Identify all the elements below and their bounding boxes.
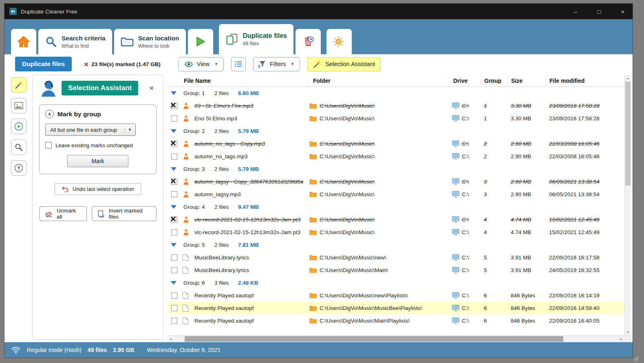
drive-icon xyxy=(452,140,459,147)
group-number: 5 xyxy=(484,267,487,273)
leave-marks-checkbox[interactable] xyxy=(45,142,52,148)
collapse-icon[interactable]: ∧ xyxy=(45,110,54,118)
group-header-row[interactable]: Group: 2 2 files 5.79 MB xyxy=(168,125,624,137)
rail-search-button[interactable] xyxy=(11,139,26,155)
vlc-file-icon xyxy=(182,190,190,198)
drive-icon xyxy=(452,102,459,109)
table-row[interactable]: autumn_tagsy.mp3 C:\Users\DigVo\Music\ C… xyxy=(168,188,624,201)
maximize-button[interactable]: □ xyxy=(589,4,609,19)
group-number: 6 xyxy=(484,318,487,324)
file-modified: 22/09/2016 14:59:40 xyxy=(549,305,600,311)
group-header-row[interactable]: Group: 4 2 files 9.47 MB xyxy=(168,201,624,213)
column-header-group[interactable]: Group xyxy=(481,75,507,86)
group-number: 2 xyxy=(484,141,487,147)
table-row[interactable]: Recently Played.xautopf C:\Users\DigVo\M… xyxy=(168,302,624,314)
table-row[interactable]: MusicBeeLibrary.lyrics C:\Users\DigVo\Mu… xyxy=(168,251,624,264)
table-row[interactable]: autumn_tagsy - Copy_3864763091d329fd6a C… xyxy=(168,175,624,188)
group-header-row[interactable]: Group: 6 3 files 2.48 KB xyxy=(168,277,624,289)
rail-image-preview-button[interactable] xyxy=(11,98,26,113)
help-icon: ? xyxy=(14,164,23,173)
row-checkbox[interactable] xyxy=(171,292,177,299)
mark-rule-dropdown[interactable]: All but one file in each group ▼ xyxy=(45,124,136,136)
selection-assistant-button[interactable]: Selection Assistant xyxy=(307,57,381,71)
row-checkbox[interactable] xyxy=(171,255,177,261)
filters-button[interactable]: 0 Filters ▼ xyxy=(253,57,300,71)
folder-icon xyxy=(309,255,317,261)
column-header-file-name[interactable]: File Name xyxy=(168,75,309,86)
group-number: 3 xyxy=(484,179,487,185)
group-header-row[interactable]: Group: 3 2 files 5.79 MB xyxy=(168,163,624,175)
vertical-scrollbar[interactable]: ▲ ▼ xyxy=(624,75,631,335)
row-checkbox[interactable] xyxy=(171,115,177,122)
table-row[interactable]: Recently Played.xautopf C:\Users\DigVo\M… xyxy=(168,314,624,327)
row-checkbox[interactable] xyxy=(171,305,177,311)
chevron-down-icon: ▼ xyxy=(291,62,294,66)
invert-marked-label: Invert marked files xyxy=(109,208,151,220)
column-header-drive[interactable]: Drive xyxy=(450,75,481,86)
view-button[interactable]: View ▼ xyxy=(179,57,224,71)
minimize-button[interactable]: – xyxy=(566,4,585,19)
unmark-all-button[interactable]: Unmark all xyxy=(39,206,87,221)
tab-scan-location[interactable]: Scan location Where to look xyxy=(114,29,186,54)
row-checkbox[interactable] xyxy=(171,229,177,235)
scroll-right-icon[interactable]: ► xyxy=(618,336,624,342)
table-row[interactable]: vlc-record-2021-02-15-12h13m32s-Jam pt3 … xyxy=(168,226,624,239)
column-header-size[interactable]: Size xyxy=(507,75,546,86)
tab-file-removal[interactable] xyxy=(296,29,321,54)
column-header-file-modified[interactable]: File modified xyxy=(546,75,624,86)
svg-text:?: ? xyxy=(17,166,20,171)
row-checkbox[interactable] xyxy=(171,179,177,185)
scroll-up-icon[interactable]: ▲ xyxy=(625,75,631,81)
row-checkbox[interactable] xyxy=(171,318,177,324)
file-name: autumn_no_tags.mp3 xyxy=(194,153,248,159)
group-expander-icon[interactable] xyxy=(171,205,176,209)
group-expander-icon[interactable] xyxy=(171,91,176,95)
close-button[interactable]: × xyxy=(613,4,633,19)
row-checkbox[interactable] xyxy=(171,153,177,159)
horizontal-scrollbar[interactable]: ◄ ► xyxy=(168,335,624,342)
tab-settings[interactable] xyxy=(326,29,352,54)
group-number: 2 xyxy=(484,153,487,159)
tab-search-criteria[interactable]: Search criteria What to find xyxy=(38,29,112,54)
group-expander-icon[interactable] xyxy=(171,129,176,133)
horizontal-scroll-thumb[interactable] xyxy=(185,336,563,342)
table-row[interactable]: 03 - St. Elmo's Fire.mp3 C:\Users\DigVo\… xyxy=(168,100,624,112)
rail-media-player-button[interactable] xyxy=(11,119,26,134)
group-header-row[interactable]: Group: 1 2 files 6.60 MB xyxy=(168,87,624,100)
file-size: 4.74 MB xyxy=(511,229,531,235)
group-header-row[interactable]: Group: 5 2 files 7.81 MB xyxy=(168,239,624,251)
scroll-left-icon[interactable]: ◄ xyxy=(168,336,174,342)
row-checkbox[interactable] xyxy=(171,217,177,223)
invert-marked-button[interactable]: Invert marked files xyxy=(92,206,157,221)
table-row[interactable]: autumn_no_tags.mp3 C:\Users\DigVo\Music\… xyxy=(168,150,624,163)
group-expander-icon[interactable] xyxy=(171,243,176,247)
undo-label: Undo last select operation xyxy=(73,186,134,192)
row-checkbox[interactable] xyxy=(171,141,177,147)
table-row[interactable]: autumn_no_tags - Copy.mp3 C:\Users\DigVo… xyxy=(168,137,624,150)
undo-select-button[interactable]: Undo last select operation xyxy=(55,183,141,195)
group-expander-icon[interactable] xyxy=(171,281,176,285)
row-checkbox[interactable] xyxy=(171,267,177,273)
table-row[interactable]: MusicBeeLibrary.lyrics C:\Users\DigVo\Mu… xyxy=(168,264,624,277)
column-header-folder[interactable]: Folder xyxy=(309,75,450,86)
folder-path: C:\Users\DigVo\Music\Main\ xyxy=(320,267,388,273)
mark-button[interactable]: Mark xyxy=(67,155,128,167)
resize-grip[interactable] xyxy=(633,356,638,361)
rail-help-button[interactable]: ? xyxy=(11,160,26,176)
table-row[interactable]: Eno St Elmo.mp3 C:\Users\DigVo\Music\ C:… xyxy=(168,112,624,125)
vertical-scroll-thumb[interactable] xyxy=(625,82,631,186)
scroll-down-icon[interactable]: ▼ xyxy=(625,329,631,335)
table-row[interactable]: vlc-record-2021-02-15-12h13m32s-Jam pt3 … xyxy=(168,213,624,226)
group-expander-icon[interactable] xyxy=(171,167,176,171)
details-view-button[interactable] xyxy=(231,57,246,71)
assistant-close-icon[interactable]: × xyxy=(147,82,157,94)
row-checkbox[interactable] xyxy=(171,191,177,197)
tab-home[interactable] xyxy=(11,29,36,54)
status-file-count: 49 files xyxy=(88,347,107,353)
rail-selection-assistant-button[interactable] xyxy=(11,77,26,93)
row-checkbox[interactable] xyxy=(171,103,177,109)
tab-run-scan[interactable] xyxy=(188,29,213,54)
table-row[interactable]: Recently Played.xautopf C:\Users\DigVo\M… xyxy=(168,289,624,302)
tab-duplicate-files[interactable]: Duplicate files 49 files xyxy=(219,24,293,54)
window-title: Duplicate Cleaner Free xyxy=(21,9,77,15)
